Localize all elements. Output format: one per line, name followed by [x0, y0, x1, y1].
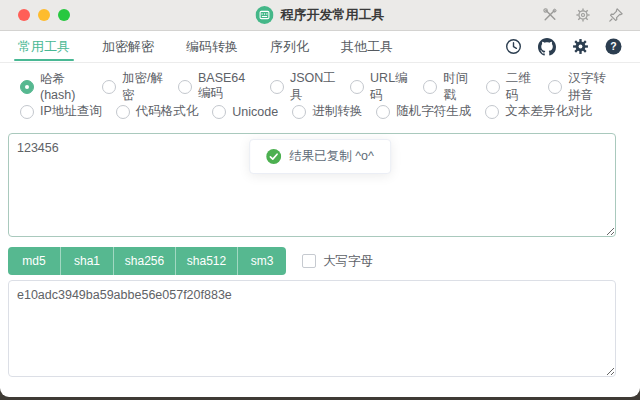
titlebar: 程序开发常用工具 — [0, 0, 640, 31]
tab-encoding-convert[interactable]: 编码转换 — [186, 31, 238, 62]
radio-circle — [116, 105, 130, 119]
tab-other-tools[interactable]: 其他工具 — [341, 31, 393, 62]
success-check-icon — [266, 149, 281, 164]
app-window: 程序开发常用工具 — [0, 0, 640, 397]
radio-radix-convert[interactable]: 进制转换 — [292, 103, 362, 120]
radio-circle — [423, 80, 437, 94]
sha256-button[interactable]: sha256 — [114, 247, 176, 275]
sha1-button[interactable]: sha1 — [61, 247, 114, 275]
github-icon[interactable] — [538, 38, 556, 56]
radio-circle — [20, 105, 34, 119]
radio-ip-query[interactable]: IP地址查询 — [20, 103, 102, 120]
tool-radio-row-1: 哈希(hash) 加密/解密 BASE64编码 JSON工具 URL编码 时间戳 — [20, 74, 632, 99]
radio-url-encode[interactable]: URL编码 — [350, 70, 409, 104]
minimize-window-button[interactable] — [38, 9, 50, 21]
checkbox-box — [302, 254, 316, 268]
radio-circle — [292, 105, 306, 119]
radio-random-string[interactable]: 随机字符生成 — [376, 103, 471, 120]
hash-actions-row: md5 sha1 sha256 sha512 sm3 大写字母 — [8, 247, 632, 275]
radio-circle — [20, 80, 34, 94]
radio-hash[interactable]: 哈希(hash) — [20, 71, 88, 102]
tabbar-icons: ? — [505, 31, 622, 62]
radio-circle — [486, 80, 500, 94]
maximize-window-button[interactable] — [58, 9, 70, 21]
pin-icon[interactable] — [608, 7, 624, 23]
radio-encrypt-decrypt[interactable]: 加密/解密 — [102, 70, 164, 104]
history-icon[interactable] — [505, 38, 522, 55]
uppercase-checkbox[interactable]: 大写字母 — [302, 253, 373, 270]
titlebar-right-icons — [542, 0, 624, 30]
radio-circle — [548, 80, 562, 94]
tab-common-tools[interactable]: 常用工具 — [18, 31, 70, 62]
sha512-button[interactable]: sha512 — [176, 247, 238, 275]
svg-text:?: ? — [610, 40, 616, 52]
gear-outline-icon[interactable] — [575, 7, 591, 23]
help-icon[interactable]: ? — [605, 38, 622, 55]
close-window-button[interactable] — [18, 9, 30, 21]
radio-unicode[interactable]: Unicode — [212, 105, 278, 119]
radio-base64[interactable]: BASE64编码 — [178, 71, 256, 102]
radio-json-tool[interactable]: JSON工具 — [270, 70, 336, 104]
tabs: 常用工具 加密解密 编码转换 序列化 其他工具 — [18, 31, 393, 62]
radio-circle — [102, 80, 116, 94]
traffic-lights — [18, 9, 70, 21]
radio-circle — [350, 80, 364, 94]
radio-circle — [485, 105, 499, 119]
radio-code-format[interactable]: 代码格式化 — [116, 103, 199, 120]
tab-serialization[interactable]: 序列化 — [270, 31, 309, 62]
main-content: 哈希(hash) 加密/解密 BASE64编码 JSON工具 URL编码 时间戳 — [0, 74, 640, 377]
app-logo-icon — [256, 6, 274, 24]
radio-timestamp[interactable]: 时间戳 — [423, 70, 472, 104]
radio-circle — [376, 105, 390, 119]
radio-text-diff[interactable]: 文本差异化对比 — [485, 103, 593, 120]
tab-encrypt-decrypt[interactable]: 加密解密 — [102, 31, 154, 62]
tools-icon[interactable] — [542, 7, 558, 23]
settings-gear-icon[interactable] — [572, 38, 589, 55]
radio-circle — [178, 80, 192, 94]
radio-circle — [212, 105, 226, 119]
radio-pinyin[interactable]: 汉字转拼音 — [548, 70, 618, 104]
window-title-area: 程序开发常用工具 — [256, 0, 385, 30]
hash-output-textarea[interactable]: e10adc3949ba59abbe56e057f20f883e — [8, 280, 616, 377]
copy-success-toast: 结果已复制 ^o^ — [249, 139, 391, 174]
hash-button-group: md5 sha1 sha256 sha512 sm3 — [8, 247, 286, 275]
radio-circle — [270, 80, 284, 94]
md5-button[interactable]: md5 — [8, 247, 61, 275]
tabbar: 常用工具 加密解密 编码转换 序列化 其他工具 — [0, 31, 640, 63]
window-title: 程序开发常用工具 — [281, 6, 385, 24]
sm3-button[interactable]: sm3 — [238, 247, 286, 275]
toast-message: 结果已复制 ^o^ — [289, 148, 374, 165]
radio-qrcode[interactable]: 二维码 — [486, 70, 535, 104]
